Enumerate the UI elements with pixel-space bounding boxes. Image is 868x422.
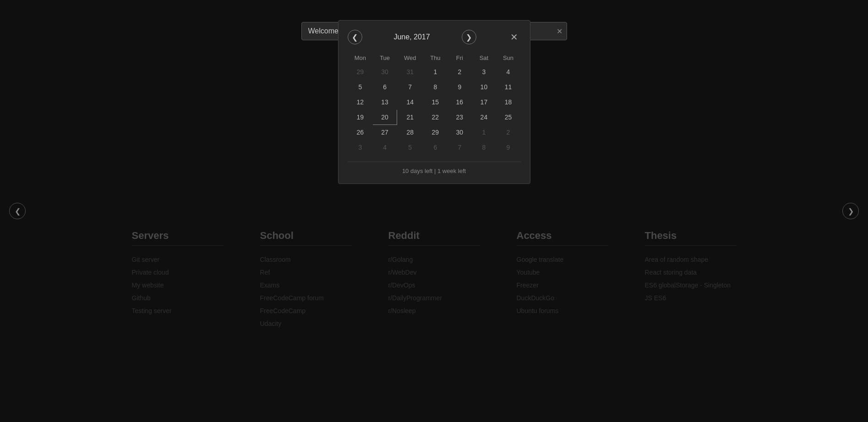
calendar-week-row: 3456789 bbox=[348, 140, 520, 155]
calendar-day-cell[interactable]: 29 bbox=[423, 125, 448, 140]
day-header-sun: Sun bbox=[496, 52, 520, 65]
day-header-tue: Tue bbox=[373, 52, 397, 65]
calendar-day-cell[interactable]: 9 bbox=[448, 80, 472, 95]
calendar-day-cell[interactable]: 20 bbox=[373, 110, 397, 125]
calendar-day-cell[interactable]: 7 bbox=[448, 140, 472, 155]
chevron-right-icon: ❯ bbox=[848, 207, 854, 216]
calendar-header: ❮ June, 2017 ❯ ✕ bbox=[348, 30, 521, 44]
calendar-day-cell[interactable]: 5 bbox=[397, 140, 423, 155]
calendar-week-row: 19202122232425 bbox=[348, 110, 520, 125]
calendar-day-cell[interactable]: 17 bbox=[472, 95, 496, 110]
calendar-day-cell[interactable]: 3 bbox=[472, 65, 496, 80]
calendar-week-row: 567891011 bbox=[348, 80, 520, 95]
calendar-day-cell[interactable]: 28 bbox=[397, 125, 423, 140]
calendar-title: June, 2017 bbox=[393, 33, 430, 41]
calendar-day-cell[interactable]: 13 bbox=[373, 95, 397, 110]
calendar-week-row: 12131415161718 bbox=[348, 95, 520, 110]
calendar-day-cell[interactable]: 30 bbox=[373, 65, 397, 80]
calendar-day-cell[interactable]: 7 bbox=[397, 80, 423, 95]
day-header-wed: Wed bbox=[397, 52, 423, 65]
day-header-fri: Fri bbox=[448, 52, 472, 65]
chevron-left-icon: ❮ bbox=[352, 33, 358, 42]
calendar-week-row: 262728293012 bbox=[348, 125, 520, 140]
calendar-day-cell[interactable]: 1 bbox=[472, 125, 496, 140]
close-icon: ✕ bbox=[510, 32, 518, 43]
calendar-day-cell[interactable]: 24 bbox=[472, 110, 496, 125]
calendar-day-cell[interactable]: 8 bbox=[423, 80, 448, 95]
calendar-day-cell[interactable]: 2 bbox=[496, 125, 520, 140]
day-header-sat: Sat bbox=[472, 52, 496, 65]
calendar-day-cell[interactable]: 6 bbox=[423, 140, 448, 155]
calendar-day-cell[interactable]: 8 bbox=[472, 140, 496, 155]
calendar-day-cell[interactable]: 30 bbox=[448, 125, 472, 140]
calendar-grid: Mon Tue Wed Thu Fri Sat Sun 293031123456… bbox=[348, 52, 521, 155]
calendar-day-cell[interactable]: 10 bbox=[472, 80, 496, 95]
calendar-day-cell[interactable]: 6 bbox=[373, 80, 397, 95]
chevron-left-icon: ❮ bbox=[15, 207, 21, 216]
calendar-day-cell[interactable]: 5 bbox=[348, 80, 373, 95]
calendar-footer: 10 days left | 1 week left bbox=[348, 162, 521, 174]
calendar-day-cell[interactable]: 16 bbox=[448, 95, 472, 110]
calendar-next-button[interactable]: ❯ bbox=[462, 30, 476, 44]
day-header-mon: Mon bbox=[348, 52, 373, 65]
calendar-day-cell[interactable]: 23 bbox=[448, 110, 472, 125]
calendar-day-cell[interactable]: 26 bbox=[348, 125, 373, 140]
calendar-day-cell[interactable]: 4 bbox=[496, 65, 520, 80]
calendar-day-cell[interactable]: 12 bbox=[348, 95, 373, 110]
calendar-day-cell[interactable]: 31 bbox=[397, 65, 423, 80]
calendar-day-cell[interactable]: 19 bbox=[348, 110, 373, 125]
calendar-day-cell[interactable]: 27 bbox=[373, 125, 397, 140]
calendar-day-cell[interactable]: 2 bbox=[448, 65, 472, 80]
calendar-day-cell[interactable]: 15 bbox=[423, 95, 448, 110]
chevron-right-icon: ❯ bbox=[466, 33, 472, 42]
calendar-day-cell[interactable]: 11 bbox=[496, 80, 520, 95]
calendar-day-cell[interactable]: 4 bbox=[373, 140, 397, 155]
calendar-day-headers: Mon Tue Wed Thu Fri Sat Sun bbox=[348, 52, 520, 65]
calendar-week-row: 2930311234 bbox=[348, 65, 520, 80]
calendar-day-cell[interactable]: 22 bbox=[423, 110, 448, 125]
calendar-day-cell[interactable]: 25 bbox=[496, 110, 520, 125]
nav-arrow-right[interactable]: ❯ bbox=[842, 203, 859, 219]
calendar-day-cell[interactable]: 9 bbox=[496, 140, 520, 155]
calendar-prev-button[interactable]: ❮ bbox=[348, 30, 362, 44]
calendar-popup: ❮ June, 2017 ❯ ✕ Mon Tue Wed Thu Fri Sat… bbox=[338, 20, 530, 184]
calendar-day-cell[interactable]: 21 bbox=[397, 110, 423, 125]
search-clear-button[interactable]: ✕ bbox=[557, 27, 562, 36]
calendar-day-cell[interactable]: 14 bbox=[397, 95, 423, 110]
calendar-day-cell[interactable]: 18 bbox=[496, 95, 520, 110]
nav-arrow-left[interactable]: ❮ bbox=[9, 203, 26, 219]
calendar-day-cell[interactable]: 1 bbox=[423, 65, 448, 80]
calendar-day-cell[interactable]: 29 bbox=[348, 65, 373, 80]
calendar-day-cell[interactable]: 3 bbox=[348, 140, 373, 155]
day-header-thu: Thu bbox=[423, 52, 448, 65]
calendar-close-button[interactable]: ✕ bbox=[508, 31, 521, 43]
